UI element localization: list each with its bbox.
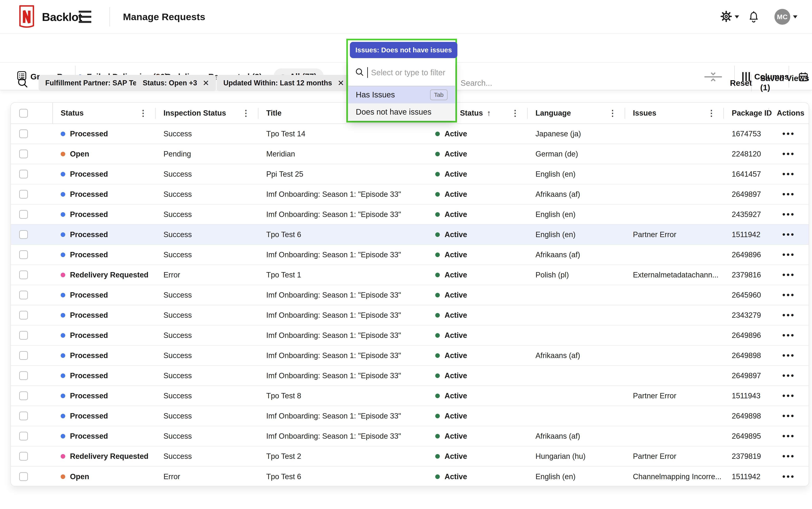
filter-chip-fulfillment-partner[interactable]: Fulfillment Partner: SAP Test xyxy=(38,75,150,91)
table-row[interactable]: Processed Success Tpo Test 8 Active Part… xyxy=(11,386,809,406)
active-dot-icon xyxy=(435,293,440,297)
header-language[interactable]: Language ⋮ xyxy=(528,103,625,124)
issues-dropdown-search[interactable]: Select or type to filter xyxy=(348,59,455,86)
select-all-checkbox[interactable] xyxy=(19,109,28,117)
row-checkbox-cell xyxy=(11,446,53,466)
cell-language: Afrikaans (af) xyxy=(528,426,625,446)
table-row[interactable]: Processed Success Tpo Test 14 Active Jap… xyxy=(11,124,809,144)
row-checkbox[interactable] xyxy=(19,271,28,279)
header-status[interactable]: Status ⋮ xyxy=(53,103,156,124)
cell-inspection-status: Success xyxy=(156,305,258,325)
row-checkbox[interactable] xyxy=(19,170,28,178)
table-row[interactable]: Processed Success Imf Onboarding: Season… xyxy=(11,406,809,426)
row-actions-menu-icon[interactable]: ••• xyxy=(782,391,795,401)
row-actions-menu-icon[interactable]: ••• xyxy=(782,230,795,239)
row-checkbox[interactable] xyxy=(19,190,28,199)
table-row[interactable]: Processed Success Imf Onboarding: Season… xyxy=(11,184,809,205)
table-row[interactable]: Processed Success Imf Onboarding: Season… xyxy=(11,426,809,446)
row-checkbox[interactable] xyxy=(19,452,28,461)
active-dot-icon xyxy=(435,373,440,378)
filter-chip-issues-active[interactable]: Issues: Does not have issues xyxy=(350,42,458,58)
issues-filter-input[interactable]: Select or type to filter xyxy=(371,68,445,77)
header-issues[interactable]: Issues ⋮ xyxy=(625,103,724,124)
row-actions-menu-icon[interactable]: ••• xyxy=(782,270,795,280)
row-checkbox[interactable] xyxy=(19,210,28,219)
row-checkbox[interactable] xyxy=(19,149,28,158)
table-row[interactable]: Processed Success Imf Onboarding: Season… xyxy=(11,366,809,386)
header-inspection-status[interactable]: Inspection Status ⋮ xyxy=(156,103,258,124)
kebab-menu-icon[interactable]: ⋮ xyxy=(608,108,617,118)
row-checkbox[interactable] xyxy=(19,230,28,239)
avatar[interactable]: MC xyxy=(774,9,790,25)
row-checkbox[interactable] xyxy=(19,331,28,340)
cell-inspection-status: Success xyxy=(156,245,258,265)
table-row[interactable]: Open Pending Meridian Active German (de)… xyxy=(11,144,809,164)
header-package-id[interactable]: Package ID xyxy=(724,103,769,124)
row-actions-menu-icon[interactable]: ••• xyxy=(782,431,795,441)
filter-chip-label: Updated Within: Last 12 months xyxy=(223,79,332,87)
row-actions-menu-icon[interactable]: ••• xyxy=(782,149,795,159)
row-checkbox[interactable] xyxy=(19,351,28,360)
filter-search-input[interactable]: Search... xyxy=(461,75,492,91)
row-checkbox[interactable] xyxy=(19,371,28,380)
sort-ascending-icon[interactable]: ↑ xyxy=(487,109,491,117)
row-actions-menu-icon[interactable]: ••• xyxy=(782,129,795,138)
status-dot-icon xyxy=(61,252,65,257)
table-row[interactable]: Processed Success Imf Onboarding: Season… xyxy=(11,305,809,326)
cell-title: Imf Onboarding: Season 1: "Episode 33" xyxy=(258,305,427,325)
kebab-menu-icon[interactable]: ⋮ xyxy=(707,108,715,118)
row-actions-menu-icon[interactable]: ••• xyxy=(782,411,795,421)
row-actions-menu-icon[interactable]: ••• xyxy=(782,210,795,219)
table-row[interactable]: Processed Success Imf Onboarding: Season… xyxy=(11,205,809,225)
menu-icon[interactable] xyxy=(79,11,91,23)
row-actions-menu-icon[interactable]: ••• xyxy=(782,310,795,320)
kebab-menu-icon[interactable]: ⋮ xyxy=(511,108,519,118)
cell-actions: ••• xyxy=(769,124,809,144)
filter-chip-status[interactable]: Status: Open +3 ✕ xyxy=(136,75,216,91)
row-checkbox[interactable] xyxy=(19,432,28,440)
row-actions-menu-icon[interactable]: ••• xyxy=(782,451,795,461)
row-actions-menu-icon[interactable]: ••• xyxy=(782,190,795,199)
settings-button[interactable] xyxy=(720,0,739,34)
reset-button[interactable]: Reset xyxy=(730,75,752,91)
saved-views-button[interactable]: Saved Views (1) xyxy=(760,75,812,91)
row-actions-menu-icon[interactable]: ••• xyxy=(782,472,795,481)
cell-language xyxy=(528,386,625,406)
row-actions-menu-icon[interactable]: ••• xyxy=(782,371,795,380)
table-row[interactable]: Processed Success Tpo Test 6 Active Engl… xyxy=(11,225,809,245)
cell-request-status: Active xyxy=(427,164,528,184)
row-actions-menu-icon[interactable]: ••• xyxy=(782,290,795,300)
notifications-button[interactable] xyxy=(748,0,760,34)
row-checkbox[interactable] xyxy=(19,291,28,299)
table-row[interactable]: Processed Success Imf Onboarding: Season… xyxy=(11,346,809,366)
collapse-rows-icon[interactable] xyxy=(704,72,722,82)
cell-title: Tpo Test 1 xyxy=(258,265,427,285)
row-actions-menu-icon[interactable]: ••• xyxy=(782,351,795,360)
table-row[interactable]: Processed Success Imf Onboarding: Season… xyxy=(11,285,809,305)
row-actions-menu-icon[interactable]: ••• xyxy=(782,169,795,179)
row-checkbox[interactable] xyxy=(19,472,28,481)
row-checkbox[interactable] xyxy=(19,250,28,259)
table-row[interactable]: Processed Success Imf Onboarding: Season… xyxy=(11,245,809,265)
table-row[interactable]: Open Error Tpo Test 6 Active English (en… xyxy=(11,467,809,486)
row-checkbox[interactable] xyxy=(19,412,28,420)
kebab-menu-icon[interactable]: ⋮ xyxy=(242,108,250,118)
account-menu-button[interactable] xyxy=(793,0,798,34)
table-row[interactable]: Redelivery Requested Error Tpo Test 1 Ac… xyxy=(11,265,809,285)
row-actions-menu-icon[interactable]: ••• xyxy=(782,331,795,340)
row-checkbox[interactable] xyxy=(19,392,28,400)
search-icon[interactable] xyxy=(17,77,29,89)
cell-actions: ••• xyxy=(769,245,809,265)
row-checkbox[interactable] xyxy=(19,129,28,138)
row-actions-menu-icon[interactable]: ••• xyxy=(782,250,795,260)
row-checkbox[interactable] xyxy=(19,311,28,319)
filter-chip-updated-within[interactable]: Updated Within: Last 12 months ✕ xyxy=(217,75,351,91)
table-row[interactable]: Processed Success Ppi Test 25 Active Eng… xyxy=(11,164,809,184)
table-row[interactable]: Processed Success Imf Onboarding: Season… xyxy=(11,326,809,346)
kebab-menu-icon[interactable]: ⋮ xyxy=(139,108,147,118)
close-icon[interactable]: ✕ xyxy=(203,78,209,88)
option-does-not-have-issues[interactable]: Does not have issues xyxy=(348,103,455,121)
table-row[interactable]: Redelivery Requested Success Tpo Test 2 … xyxy=(11,446,809,467)
option-has-issues[interactable]: Has Issues Tab xyxy=(348,86,455,103)
close-icon[interactable]: ✕ xyxy=(338,78,344,88)
